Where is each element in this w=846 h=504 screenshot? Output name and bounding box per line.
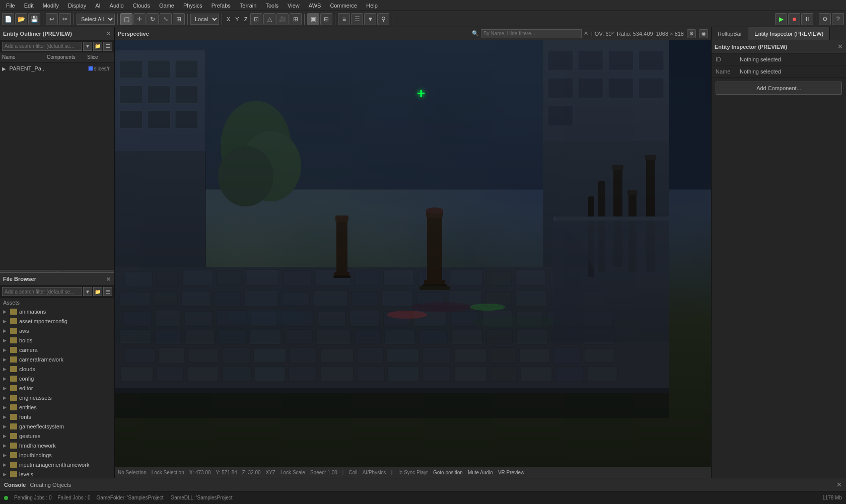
folder-entities[interactable]: ▶ entities	[0, 403, 114, 412]
menu-view[interactable]: View	[284, 2, 304, 10]
menu-game[interactable]: Game	[155, 2, 178, 10]
status-indicator	[4, 496, 8, 500]
inspector-close-button[interactable]: ✕	[837, 43, 843, 50]
pause-btn[interactable]: ⏸	[801, 13, 813, 25]
menu-edit[interactable]: Edit	[20, 2, 38, 10]
menu-display[interactable]: Display	[64, 2, 90, 10]
viewport-search-input[interactable]	[481, 29, 582, 38]
menu-aws[interactable]: AWS	[305, 2, 325, 10]
add-component-button[interactable]: Add Component...	[716, 82, 842, 95]
viewport-debug-btn[interactable]: ◉	[699, 29, 708, 38]
folder-cameraframework[interactable]: ▶ cameraframework	[0, 355, 114, 365]
folder-fonts[interactable]: ▶ fonts	[0, 412, 114, 422]
rollup-tab[interactable]: RollupBar	[712, 27, 748, 40]
folder-boids[interactable]: ▶ boids	[0, 336, 114, 345]
scale-tool[interactable]: ⤡	[160, 13, 172, 25]
outliner-search-input[interactable]	[2, 42, 82, 51]
y-axis-label: Y	[233, 16, 241, 22]
filter-btn[interactable]: ▼	[364, 13, 376, 25]
folder-gestures[interactable]: ▶ gestures	[0, 431, 114, 441]
file-browser-menu-icon[interactable]: ☰	[103, 287, 112, 296]
folder-arrow: ▶	[3, 405, 8, 410]
settings-btn[interactable]: ⚙	[819, 13, 831, 25]
folder-config[interactable]: ▶ config	[0, 374, 114, 384]
file-browser-close-button[interactable]: ✕	[106, 276, 111, 282]
separator-8	[392, 14, 392, 25]
folder-assetimporterconfig[interactable]: ▶ assetimporterconfig	[0, 317, 114, 326]
folder-icon	[10, 347, 17, 353]
cut-button[interactable]: ✂	[59, 13, 71, 25]
mute-audio-label[interactable]: Mute Audio	[468, 470, 493, 475]
folder-engineassets[interactable]: ▶ engineassets	[0, 393, 114, 403]
menu-modify[interactable]: Modify	[39, 2, 63, 10]
outliner-menu-icon[interactable]: ☰	[103, 42, 112, 51]
folder-label: animations	[19, 309, 46, 315]
menu-commerce[interactable]: Commerce	[326, 2, 361, 10]
move-tool[interactable]: ✛	[133, 13, 146, 25]
menu-terrain[interactable]: Terrain	[236, 2, 261, 10]
folder-label: gestures	[19, 433, 40, 439]
save-button[interactable]: 💾	[28, 13, 40, 25]
file-browser-folder-icon[interactable]: 📁	[93, 287, 102, 296]
stop-btn[interactable]: ■	[788, 13, 800, 25]
play-btn[interactable]: ▶	[775, 13, 787, 25]
outliner-item[interactable]: ▶ PARENT_Pa... slices/r	[0, 63, 114, 74]
folder-label: cameraframework	[19, 356, 63, 363]
select-mode-1[interactable]: ▣	[307, 13, 319, 25]
list-view[interactable]: ≡	[338, 13, 350, 25]
viewport-canvas[interactable]: +	[115, 40, 711, 467]
svg-rect-93	[320, 348, 354, 363]
menu-clouds[interactable]: Clouds	[129, 2, 154, 10]
snap-tool[interactable]: ⊞	[173, 13, 185, 25]
menu-ai[interactable]: AI	[91, 2, 104, 10]
folder-levels[interactable]: ▶ levels	[0, 470, 114, 478]
menu-file[interactable]: File	[2, 2, 19, 10]
select-tool[interactable]: ▢	[120, 13, 132, 25]
entity-inspector-tab[interactable]: Entity Inspector (PREVIEW)	[748, 27, 830, 40]
folder-editor[interactable]: ▶ editor	[0, 384, 114, 393]
file-browser-dropdown-icon[interactable]: ▼	[83, 287, 92, 296]
menu-physics[interactable]: Physics	[179, 2, 206, 10]
folder-inputbindings[interactable]: ▶ inputbindings	[0, 451, 114, 460]
terrain-tool[interactable]: △	[263, 13, 275, 25]
folder-aws[interactable]: ▶ aws	[0, 326, 114, 336]
menu-tools[interactable]: Tools	[261, 2, 283, 10]
vr-preview-label[interactable]: VR Preview	[498, 470, 524, 475]
folder-hmdframework[interactable]: ▶ hmdframework	[0, 441, 114, 451]
rotate-tool[interactable]: ↻	[147, 13, 159, 25]
folder-animations[interactable]: ▶ animations	[0, 307, 114, 317]
viewport-params: FOV: 60° Ratio: 534.409 1068 × 818 ⚙ ◉	[591, 29, 708, 38]
menu-help[interactable]: Help	[362, 2, 382, 10]
separator-7	[335, 14, 335, 25]
select-all-dropdown[interactable]: Select All	[77, 14, 115, 25]
goto-position-label[interactable]: Goto position	[433, 470, 463, 475]
open-button[interactable]: 📂	[15, 13, 27, 25]
outliner-close-button[interactable]: ✕	[106, 30, 111, 37]
transform-mode-dropdown[interactable]: Local	[190, 14, 219, 25]
outliner-folder-icon[interactable]: 📁	[93, 42, 102, 51]
console-close-button[interactable]: ✕	[836, 481, 842, 488]
select-mode-2[interactable]: ⊟	[320, 13, 332, 25]
undo-button[interactable]: ↩	[46, 13, 58, 25]
new-button[interactable]: 📄	[2, 13, 14, 25]
folder-camera[interactable]: ▶ camera	[0, 345, 114, 355]
file-browser-search-input[interactable]	[2, 287, 82, 296]
xyz-tool[interactable]: ⊡	[250, 13, 262, 25]
search-clear-icon[interactable]: ✕	[584, 30, 588, 37]
left-panel: Entity Outliner (PREVIEW) ✕ ▼ 📁 ☰ Name C…	[0, 27, 115, 478]
menu-audio[interactable]: Audio	[106, 2, 128, 10]
outliner-content: ▶ PARENT_Pa... slices/r	[0, 62, 114, 270]
folder-inputmanagementframework[interactable]: ▶ inputmanagementframework	[0, 460, 114, 470]
folder-gameeffectsystem[interactable]: ▶ gameeffectsystem	[0, 422, 114, 431]
outliner-search-icon[interactable]: ▼	[83, 42, 92, 51]
grid-tool[interactable]: ⊞	[290, 13, 302, 25]
svg-rect-112	[454, 367, 486, 382]
folder-clouds[interactable]: ▶ clouds	[0, 365, 114, 374]
help-btn[interactable]: ?	[832, 13, 844, 25]
menu-prefabs[interactable]: Prefabs	[207, 2, 235, 10]
camera-tool[interactable]: 🎥	[276, 13, 289, 25]
magnet-btn[interactable]: ⚲	[377, 13, 389, 25]
folder-label: entities	[19, 404, 37, 410]
detail-view[interactable]: ☰	[351, 13, 363, 25]
viewport-settings-btn[interactable]: ⚙	[687, 29, 696, 38]
